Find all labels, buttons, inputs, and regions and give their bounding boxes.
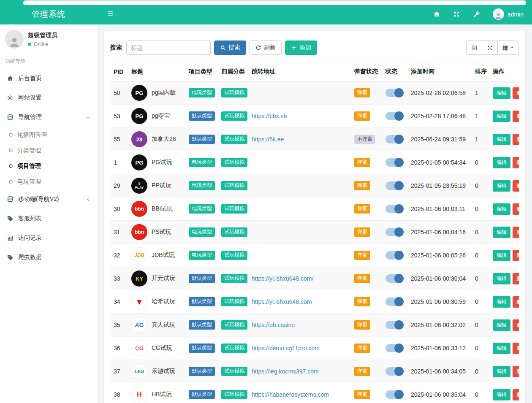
edit-button[interactable]: 编辑 — [493, 134, 510, 145]
jump-url-link[interactable]: https://habanerosystems.com — [252, 391, 329, 398]
status-toggle[interactable] — [385, 205, 403, 213]
edit-button[interactable]: 编辑 — [493, 227, 510, 238]
edit-button[interactable]: 编辑 — [493, 273, 510, 284]
cell-sort: 1 — [472, 105, 489, 128]
status-toggle[interactable] — [385, 89, 403, 97]
grid-icon — [502, 45, 508, 51]
edit-button[interactable]: 编辑 — [493, 343, 510, 354]
jump-url-link[interactable]: https://leg.kocms397.com — [252, 368, 319, 375]
project-logo: LEG — [131, 363, 147, 379]
status-toggle[interactable] — [385, 321, 403, 329]
jump-url-link[interactable]: https://yl.ishxu648.com/ — [252, 275, 313, 282]
jump-url-link[interactable]: https://ob.casino — [252, 322, 295, 328]
delete-button[interactable]: 删除 — [513, 366, 519, 377]
status-toggle[interactable] — [385, 367, 403, 376]
status-toggle[interactable] — [385, 158, 403, 167]
add-button-label: 添加 — [299, 44, 311, 51]
edit-button[interactable]: 编辑 — [493, 296, 510, 308]
delete-button[interactable]: 删除 — [513, 180, 519, 192]
user-menu[interactable]: admin — [493, 8, 524, 20]
table-row: 30bbnBBi试玩电玩类型试玩模拟弹窗2025-01-06 00:03:110… — [110, 197, 519, 221]
delete-button[interactable]: 删除 — [513, 157, 519, 168]
sidebar-item-4[interactable]: 移动端(导航V2) — [0, 189, 97, 209]
sidebar-subitem-1[interactable]: 轮播图管理 — [0, 127, 97, 143]
edit-button[interactable]: 编辑 — [493, 203, 510, 215]
sidebar-toggle-icon[interactable] — [106, 10, 114, 17]
status-toggle[interactable] — [385, 274, 403, 283]
project-title: 真人试玩 — [152, 321, 175, 329]
wrench-icon[interactable] — [473, 11, 480, 18]
status-toggle[interactable] — [385, 135, 403, 143]
status-badge: 弹窗 — [354, 88, 370, 97]
add-button[interactable]: 添加 — [285, 41, 317, 55]
edit-button[interactable]: 编辑 — [493, 250, 510, 261]
sidebar-item-label: 后台首页 — [18, 75, 42, 82]
fullscreen-icon[interactable] — [453, 11, 460, 18]
cell-pid: 53 — [110, 105, 128, 128]
delete-button[interactable]: 删除 — [513, 203, 519, 215]
status-toggle[interactable] — [385, 112, 403, 120]
sidebar-item-3[interactable]: 导航管理 — [0, 108, 97, 127]
cell-popup: 弹窗 — [351, 221, 382, 244]
table-row: 1PGPG试玩电玩类型试玩模拟弹窗2025-01-05 00:54:340编辑删… — [110, 151, 519, 174]
status-toggle[interactable] — [385, 228, 403, 236]
jump-url-link[interactable]: https://demo.cg11pro.com — [252, 345, 320, 352]
refresh-button[interactable]: 刷新 — [250, 41, 282, 55]
delete-button[interactable]: 删除 — [513, 87, 519, 99]
sidebar-subitem-3[interactable]: 项目管理 — [0, 158, 97, 174]
browser-address-bar — [23, 0, 526, 5]
delete-button[interactable]: 删除 — [513, 250, 519, 261]
edit-button[interactable]: 编辑 — [493, 157, 510, 168]
edit-button[interactable]: 编辑 — [493, 389, 510, 400]
jump-url-link[interactable]: https://yl.ishxu648.com — [252, 298, 312, 305]
profile-avatar — [5, 30, 24, 49]
cell-time: 2025-01-06 00:30:59 — [407, 290, 472, 314]
sidebar-item-7[interactable]: 爬虫数据 — [0, 248, 97, 267]
table-fullscreen-button[interactable] — [482, 41, 498, 55]
cell-category: 试玩模拟 — [218, 81, 248, 105]
jump-url-link[interactable]: https://bbx.sb — [252, 113, 287, 119]
delete-button[interactable]: 删除 — [513, 134, 519, 145]
sidebar-subitem-4[interactable]: 电玩管理 — [0, 174, 97, 189]
chevron-left-icon — [86, 197, 90, 202]
search-button[interactable]: 搜索 — [214, 41, 246, 55]
delete-button[interactable]: 删除 — [513, 296, 519, 308]
search-input[interactable] — [126, 41, 211, 55]
status-toggle[interactable] — [385, 181, 403, 190]
cell-category: 试玩模拟 — [218, 314, 248, 337]
home-icon[interactable] — [433, 11, 440, 18]
cell-time: 2025-01-06 00:35:04 — [407, 383, 472, 403]
cell-time: 2025-01-06 00:33:12 — [407, 337, 472, 360]
cell-url: https://demo.cg11pro.com — [248, 337, 351, 360]
table-row: 33KY开元试玩默认类型试玩模拟https://yl.ishxu648.com/… — [110, 267, 519, 290]
status-badge: 弹窗 — [354, 204, 370, 213]
status-toggle[interactable] — [385, 390, 403, 399]
sidebar-item-6[interactable]: 访问记录 — [0, 228, 97, 248]
jump-url-link[interactable]: https://5k.ee — [252, 136, 284, 143]
edit-button[interactable]: 编辑 — [493, 180, 510, 192]
edit-button[interactable]: 编辑 — [493, 87, 510, 99]
edit-button[interactable]: 编辑 — [493, 366, 510, 377]
status-toggle[interactable] — [385, 298, 403, 306]
toggle-knob — [394, 227, 404, 237]
online-status-label: Online — [34, 41, 49, 47]
sidebar-subitem-2[interactable]: 分类管理 — [0, 143, 97, 158]
cell-sort: 0 — [472, 360, 489, 383]
cell-sort: 1 — [472, 81, 489, 105]
columns-dropdown-button[interactable] — [497, 41, 519, 55]
sidebar-item-2[interactable]: 网站设置 — [0, 88, 97, 108]
status-toggle[interactable] — [385, 344, 403, 352]
delete-button[interactable]: 删除 — [513, 227, 519, 238]
sidebar-item-5[interactable]: 客服列表 — [0, 209, 97, 228]
detail-view-button[interactable] — [466, 41, 482, 55]
delete-button[interactable]: 删除 — [513, 389, 519, 400]
delete-button[interactable]: 删除 — [513, 343, 519, 354]
delete-button[interactable]: 删除 — [513, 273, 519, 284]
sidebar-item-1[interactable]: 后台首页 — [0, 69, 97, 88]
status-toggle[interactable] — [385, 251, 403, 260]
edit-button[interactable]: 编辑 — [493, 319, 510, 331]
status-badge: 电玩类型 — [189, 227, 215, 236]
delete-button[interactable]: 删除 — [513, 111, 519, 122]
edit-button[interactable]: 编辑 — [493, 111, 510, 122]
delete-button[interactable]: 删除 — [513, 319, 519, 331]
